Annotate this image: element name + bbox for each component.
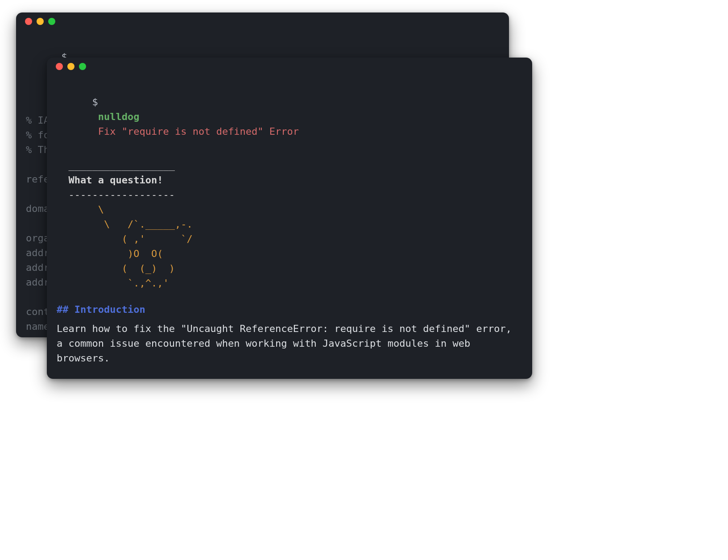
prompt-symbol: $ bbox=[92, 96, 98, 108]
section-body: Learn how to fix the "Uncaught Reference… bbox=[57, 321, 522, 365]
titlebar-back bbox=[16, 12, 509, 30]
maximize-icon[interactable] bbox=[48, 18, 55, 25]
titlebar-front bbox=[47, 58, 532, 75]
speech-bubble-top: __________________ bbox=[57, 158, 522, 173]
speech-bubble-bottom: ------------------ bbox=[57, 187, 522, 202]
speech-bubble-text: What a question! bbox=[57, 173, 522, 187]
minimize-icon[interactable] bbox=[67, 63, 74, 70]
command-name: nulldog bbox=[98, 111, 140, 122]
command-arg: Fix "require is not defined" Error bbox=[98, 126, 299, 137]
command-line: $ nulldog Fix "require is not defined" E… bbox=[57, 80, 522, 153]
close-icon[interactable] bbox=[56, 63, 63, 70]
minimize-icon[interactable] bbox=[37, 18, 44, 25]
dog-ascii-art: \ \ /`._____,-. ( ,' `/ )O O( ( (_) ) `.… bbox=[57, 202, 522, 290]
close-icon[interactable] bbox=[25, 18, 32, 25]
terminal-window-front: $ nulldog Fix "require is not defined" E… bbox=[47, 58, 532, 379]
section-heading: ## Introduction bbox=[57, 302, 522, 317]
maximize-icon[interactable] bbox=[79, 63, 86, 70]
terminal-body-front[interactable]: $ nulldog Fix "require is not defined" E… bbox=[47, 75, 532, 375]
